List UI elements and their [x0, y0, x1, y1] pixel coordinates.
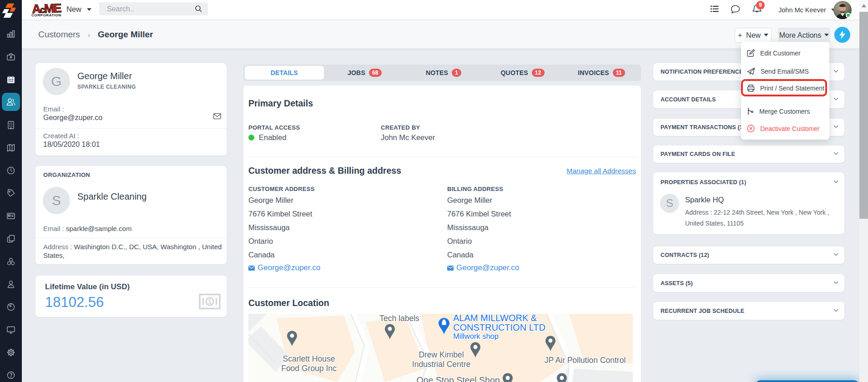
- svg-text:Tech labels: Tech labels: [379, 314, 419, 323]
- svg-text:Scarlett House: Scarlett House: [283, 354, 335, 363]
- svg-text:CONSTRUCTION LTD: CONSTRUCTION LTD: [453, 322, 545, 332]
- svg-text:One Stop Steel Shop: One Stop Steel Shop: [416, 375, 500, 382]
- svg-text:Millwork shop: Millwork shop: [453, 332, 499, 340]
- svg-text:ALAM MILLWORK &: ALAM MILLWORK &: [453, 314, 537, 323]
- svg-text:Industrial Centre: Industrial Centre: [412, 360, 470, 369]
- svg-text:1: 1: [208, 298, 212, 305]
- svg-text:Food Group Inc: Food Group Inc: [281, 364, 337, 373]
- svg-text:Drew Kimbel: Drew Kimbel: [419, 350, 464, 359]
- svg-text:JP Air Pollution Control: JP Air Pollution Control: [545, 356, 626, 365]
